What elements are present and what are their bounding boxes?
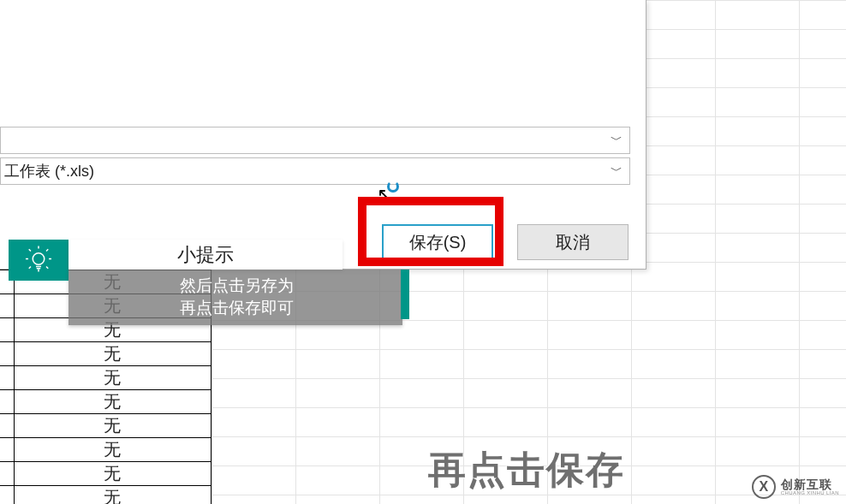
filetype-value: 工作表 (*.xls) <box>4 161 94 181</box>
table-row: 无 <box>0 462 212 486</box>
dialog-file-area <box>0 0 646 120</box>
tip-body: 然后点击另存为 再点击保存即可 <box>69 270 402 325</box>
table-cell[interactable]: 无 <box>14 366 212 390</box>
lightbulb-icon <box>9 240 69 281</box>
tip-callout: 小提示 然后点击另存为 再点击保存即可 <box>9 240 402 317</box>
tip-title: 小提示 <box>69 240 343 270</box>
table-cell[interactable]: 无 <box>14 438 212 462</box>
table-row: 无 <box>0 414 212 438</box>
table-row: 无 <box>0 438 212 462</box>
chevron-down-icon: ﹀ <box>611 163 623 179</box>
svg-point-0 <box>33 253 45 265</box>
watermark-logo: X 创新互联 CHUANG XINHU LIAN <box>752 475 839 499</box>
svg-line-8 <box>46 267 48 269</box>
svg-line-6 <box>46 249 48 251</box>
cancel-button[interactable]: 取消 <box>517 224 629 260</box>
table-cell[interactable]: 无 <box>14 342 212 366</box>
svg-line-5 <box>29 249 31 251</box>
tip-accent-bar <box>401 270 409 319</box>
table-cell[interactable]: 无 <box>14 462 212 486</box>
video-subtitle: 再点击保存 <box>428 445 625 495</box>
filetype-combo[interactable]: 工作表 (*.xls) ﹀ <box>0 157 630 185</box>
chevron-down-icon: ﹀ <box>611 133 623 148</box>
table-row: 无 <box>0 390 212 414</box>
filename-combo[interactable]: ﹀ <box>0 127 630 154</box>
dialog-buttons: 保存(S) 取消 <box>382 224 629 260</box>
logo-text-cn: 创新互联 <box>781 478 839 490</box>
svg-line-7 <box>29 267 31 269</box>
table-row: 无 <box>0 366 212 390</box>
table-cell[interactable]: 无 <box>14 414 212 438</box>
logo-mark-icon: X <box>752 475 776 499</box>
table-row: 无 <box>0 486 212 505</box>
table-cell[interactable]: 无 <box>14 390 212 414</box>
mouse-cursor: ↖ <box>377 184 392 206</box>
table-row: 无 <box>0 342 212 366</box>
loading-ring-icon <box>387 181 399 193</box>
save-dialog: ﹀ 工作表 (*.xls) ﹀ 保存(S) 取消 <box>0 0 646 270</box>
table-cell[interactable]: 无 <box>14 486 212 505</box>
logo-text-en: CHUANG XINHU LIAN <box>781 490 839 495</box>
